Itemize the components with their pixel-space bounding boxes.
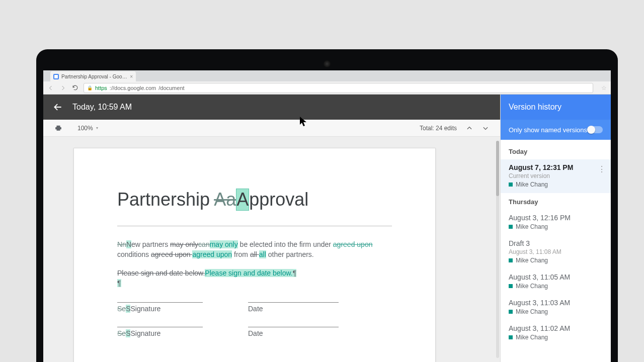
editor-name: Mike Chang <box>516 334 548 341</box>
scrollbar-thumb[interactable] <box>496 141 499 196</box>
zoom-dropdown[interactable]: 100% ▾ <box>77 125 98 132</box>
named-versions-toggle[interactable] <box>588 126 603 133</box>
sidebar-title: Version history <box>501 95 611 120</box>
editor-name: Mike Chang <box>516 283 548 290</box>
prev-edit-icon[interactable] <box>466 125 473 132</box>
editor-color-swatch <box>509 310 513 314</box>
editor-name: Mike Chang <box>516 308 548 315</box>
lock-icon: 🔒 <box>87 85 93 90</box>
version-history-sidebar: Version history Only show named versions… <box>500 95 611 362</box>
editor-color-swatch <box>509 335 513 339</box>
browser-addressbar: 🔒 https://docs.google.com/document ☆ <box>43 81 611 95</box>
version-list[interactable]: TodayAugust 7, 12:31 PMCurrent versionMi… <box>501 140 611 362</box>
document-canvas[interactable]: Partnership AaApproval NnNew partners ma… <box>43 137 500 362</box>
app-root: Today, 10:59 AM 100% ▾ Total: 24 edits <box>43 95 611 362</box>
close-icon[interactable]: × <box>130 74 133 79</box>
paragraph-1: NnNew partners may onlycanmay only be el… <box>117 239 392 260</box>
url-protocol: https <box>95 85 107 91</box>
kebab-icon[interactable]: ⋮ <box>598 164 606 174</box>
editor-name: Mike Chang <box>516 257 548 264</box>
version-item[interactable]: August 7, 12:31 PMCurrent versionMike Ch… <box>501 159 611 193</box>
version-day-heading: Thursday <box>501 193 611 210</box>
date-field: Date <box>248 302 339 313</box>
browser-tabbar: Partnership Approval - Google × <box>43 70 611 81</box>
version-timestamp: Today, 10:59 AM <box>72 103 132 112</box>
back-arrow-icon[interactable] <box>52 102 63 113</box>
reload-icon[interactable] <box>71 84 78 92</box>
browser-tab[interactable]: Partnership Approval - Google × <box>50 71 136 81</box>
named-versions-toggle-row: Only show named versions <box>501 120 611 140</box>
docs-favicon <box>53 74 59 79</box>
caret-down-icon: ▾ <box>96 126 98 130</box>
screen: Partnership Approval - Google × 🔒 https:… <box>43 70 611 362</box>
signature-row-1: SeSSignature Date <box>117 302 392 313</box>
doc-toolbar: 100% ▾ Total: 24 edits <box>43 120 500 137</box>
version-header-bar: Today, 10:59 AM <box>43 95 500 120</box>
named-versions-label: Only show named versions <box>509 126 587 134</box>
zoom-value: 100% <box>77 125 93 132</box>
print-icon[interactable] <box>54 125 62 132</box>
star-icon[interactable]: ☆ <box>601 84 607 92</box>
editor-name: Mike Chang <box>516 181 548 188</box>
version-item[interactable]: August 3, 12:16 PMMike Chang <box>501 210 611 235</box>
signature-field: SeSSignature <box>117 327 203 337</box>
signature-field: SeSSignature <box>117 302 203 313</box>
editor-color-swatch <box>509 258 513 262</box>
vertical-scrollbar[interactable] <box>496 141 499 358</box>
version-day-heading: Today <box>501 143 611 159</box>
document-page: Partnership AaApproval NnNew partners ma… <box>73 148 436 362</box>
editor-name: Mike Chang <box>516 223 548 230</box>
version-item[interactable]: August 3, 11:03 AMMike Chang <box>501 295 611 320</box>
date-field: Date <box>248 327 339 337</box>
paragraph-2: Please sign and date below.Please sign a… <box>117 268 392 289</box>
left-pane: Today, 10:59 AM 100% ▾ Total: 24 edits <box>43 95 500 362</box>
camera-dot <box>324 60 331 67</box>
editor-color-swatch <box>509 284 513 288</box>
url-field[interactable]: 🔒 https://docs.google.com/document <box>84 83 593 93</box>
forward-icon[interactable] <box>59 84 66 92</box>
version-item[interactable]: August 3, 11:02 AMMike Chang <box>501 320 611 346</box>
title-rule <box>117 226 392 226</box>
document-title: Partnership AaApproval <box>117 189 392 211</box>
signature-row-2: SeSSignature Date <box>117 327 392 337</box>
editor-color-swatch <box>509 225 513 229</box>
next-edit-icon[interactable] <box>482 125 489 132</box>
version-item[interactable]: Draft 3August 3, 11:08 AMMike Chang <box>501 235 611 269</box>
tab-title: Partnership Approval - Google <box>61 74 127 79</box>
laptop-bezel: Partnership Approval - Google × 🔒 https:… <box>36 49 618 362</box>
version-item[interactable]: August 3, 11:05 AMMike Chang <box>501 269 611 295</box>
edits-count: Total: 24 edits <box>420 125 457 132</box>
editor-color-swatch <box>509 183 513 187</box>
back-icon[interactable] <box>47 84 54 92</box>
